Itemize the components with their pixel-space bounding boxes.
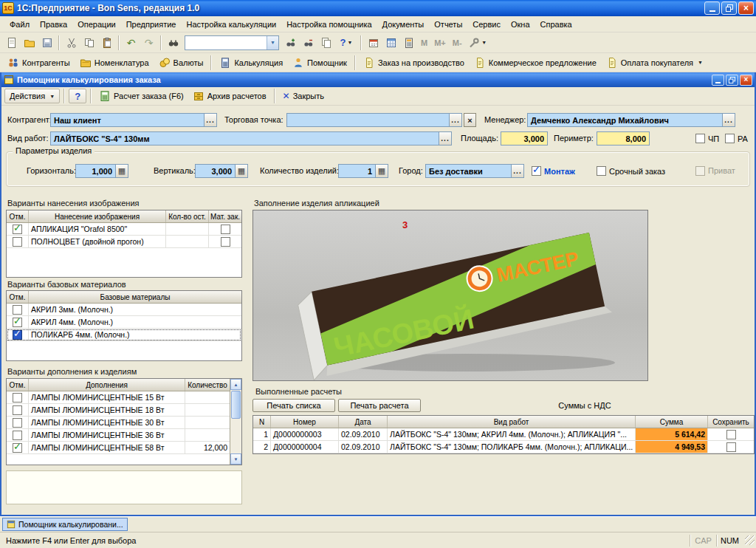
assistant-close-button[interactable]: × (740, 75, 752, 86)
row-select-checkbox[interactable] (13, 318, 22, 327)
customer-payment-button[interactable]: Оплата покупателя▼ (602, 55, 707, 71)
calc-order-button[interactable]: Расчет заказа (F6) (95, 89, 188, 103)
outlet-field[interactable]: ... (286, 113, 462, 127)
row-select-checkbox[interactable] (13, 431, 22, 440)
row-select-checkbox[interactable] (13, 418, 22, 428)
addition-name[interactable]: ЛАМПЫ ЛЮМИНИСЦЕНТНЫЕ 15 Вт (29, 391, 185, 403)
calc-sum[interactable]: 5 614,42 (636, 428, 708, 440)
scroll-up-button[interactable]: ▲ (230, 379, 241, 390)
assistant-minimize-button[interactable] (712, 75, 724, 86)
memory-plus-button[interactable]: М+ (431, 38, 449, 47)
calc-date[interactable]: 02.09.2010 (339, 428, 388, 440)
table-row[interactable]: ЛАМПЫ ЛЮМИНИСЦЕНТНЫЕ 36 Вт (7, 429, 230, 442)
quantity-field[interactable]: 1 ▦ (338, 164, 388, 178)
taskbar-tab-assistant[interactable]: Помощник калькулировани... (2, 518, 128, 531)
cut-button[interactable] (63, 35, 80, 51)
outlet-clear-button[interactable]: × (464, 113, 476, 127)
menu-item-help[interactable]: Справка (535, 18, 577, 31)
addition-qty[interactable] (185, 417, 230, 428)
calculator-button[interactable] (400, 35, 417, 51)
contractor-field[interactable]: Наш клиент ... (50, 113, 217, 127)
area-field[interactable]: 3,000 (501, 131, 548, 145)
image-variant-qty[interactable] (166, 223, 209, 235)
table-button[interactable] (382, 35, 399, 51)
calc-work-type[interactable]: ЛАЙТБОКС "S-4" 130мм; ПОЛИКАРБ 4мм. (Мол… (388, 441, 636, 453)
row-select-checkbox[interactable] (13, 393, 22, 403)
manager-field[interactable]: Демченко Александр Михайлович ... (527, 113, 735, 127)
calculation-button[interactable]: Калькуляция (215, 55, 287, 71)
calc-row-number[interactable]: 2 (253, 441, 271, 453)
copy-special-button[interactable] (317, 35, 334, 51)
table-row[interactable]: АКРИЛ 4мм. (Молочн.) (7, 316, 241, 329)
actions-button[interactable]: Действия▼ (4, 89, 60, 103)
row-select-checkbox[interactable] (13, 237, 22, 247)
outlet-browse-button[interactable]: ... (449, 114, 461, 126)
addition-qty[interactable] (185, 391, 230, 403)
menu-item-calc-settings[interactable]: Настройка калькуляции (181, 18, 281, 31)
menu-item-enterprise[interactable]: Предприятие (121, 18, 182, 31)
urgent-checkbox-box[interactable] (597, 166, 606, 176)
assistant-help-button[interactable]: ? (69, 89, 86, 103)
addition-qty[interactable]: 12,000 (185, 442, 230, 453)
calc-work-type[interactable]: ЛАЙТБОКС "S-4" 130мм; АКРИЛ 4мм. (Молочн… (388, 428, 636, 440)
minimize-button[interactable] (704, 1, 720, 15)
work-type-field[interactable]: ЛАЙТБОКС "S-4" 130мм ... (50, 131, 452, 145)
find-prev-button[interactable] (300, 35, 317, 51)
resize-grip[interactable] (745, 535, 755, 545)
calculation-row[interactable]: 1 Д0000000003 02.09.2010 ЛАЙТБОКС "S-4" … (253, 428, 754, 441)
close-button[interactable]: × (738, 1, 754, 15)
urgent-checkbox[interactable]: Срочный заказ (597, 164, 665, 178)
calc-sum[interactable]: 4 949,53 (636, 441, 708, 453)
contractors-button[interactable]: Контрагенты (3, 55, 75, 71)
print-list-button[interactable]: Печать списка (252, 399, 335, 412)
calc-row-number[interactable]: 1 (253, 428, 271, 440)
city-field[interactable]: Без доставки ... (425, 164, 524, 178)
save-checkbox[interactable] (726, 442, 736, 452)
table-row[interactable]: АПЛИКАЦИЯ "Orafol 8500" (7, 223, 241, 236)
comment-box[interactable] (6, 470, 242, 504)
new-document-button[interactable] (3, 35, 20, 51)
search-combobox[interactable]: ▼ (185, 35, 279, 50)
table-row[interactable]: ПОЛНОЦВЕТ (двойной прогон) (7, 236, 241, 248)
vertical-calculator-button[interactable]: ▦ (235, 165, 247, 177)
menu-item-operations[interactable]: Операции (72, 18, 120, 31)
row-select-checkbox[interactable] (13, 225, 22, 234)
row-select-checkbox[interactable] (13, 305, 22, 315)
addition-name[interactable]: ЛАМПЫ ЛЮМИНИСЦЕНТНЫЕ 18 Вт (29, 404, 185, 416)
addition-name[interactable]: ЛАМПЫ ЛЮМИНИСЦЕНТНЫЕ 36 Вт (29, 429, 185, 441)
commercial-offer-button[interactable]: Коммерческое предложение (470, 55, 601, 71)
row-select-checkbox[interactable] (13, 330, 22, 340)
material-order-checkbox[interactable] (221, 237, 230, 247)
copy-button[interactable] (80, 35, 97, 51)
base-material-name[interactable]: АКРИЛ 3мм. (Молочн.) (29, 304, 241, 315)
city-browse-button[interactable]: ... (511, 165, 523, 177)
ra-checkbox[interactable]: РА (725, 131, 748, 145)
table-row[interactable]: АКРИЛ 3мм. (Молочн.) (7, 304, 241, 316)
addition-qty[interactable] (185, 404, 230, 416)
material-order-checkbox[interactable] (221, 225, 230, 234)
calculation-row[interactable]: 2 Д0000000004 02.09.2010 ЛАЙТБОКС "S-4" … (253, 441, 754, 453)
chp-checkbox[interactable]: ЧП (695, 131, 719, 145)
chp-checkbox-box[interactable] (695, 134, 705, 143)
quantity-calculator-button[interactable]: ▦ (375, 165, 388, 177)
memory-minus-button[interactable]: М- (450, 38, 465, 47)
table-row[interactable]: ЛАМПЫ ЛЮМИНИСЦЕНТНЫЕ 15 Вт (7, 391, 230, 404)
addition-qty[interactable] (185, 429, 230, 441)
contractor-browse-button[interactable]: ... (204, 114, 216, 126)
perimeter-field[interactable]: 8,000 (597, 131, 650, 145)
close-window-button[interactable]: ✕Закрыть (279, 89, 328, 103)
addition-name[interactable]: ЛАМПЫ ЛЮМИНИСЦЕНТНЫЕ 30 Вт (29, 417, 185, 428)
addition-name[interactable]: ЛАМПЫ ЛЮМИНИСЦЕНТНЫЕ 58 Вт (29, 442, 185, 453)
calc-doc-number[interactable]: Д0000000003 (271, 428, 339, 440)
montage-checkbox[interactable]: Монтаж (532, 164, 575, 178)
help-button[interactable]: ?▼ (335, 35, 357, 51)
nomenclature-button[interactable]: Номенклатура (75, 55, 154, 71)
save-button[interactable] (38, 35, 55, 51)
vertical-field[interactable]: 3,000 ▦ (195, 164, 248, 178)
menu-item-assistant-settings[interactable]: Настройка помощника (281, 18, 377, 31)
montage-checkbox-box[interactable] (532, 166, 541, 176)
manager-browse-button[interactable]: ... (722, 114, 735, 126)
table-row-selected[interactable]: ПОЛИКАРБ 4мм. (Молочн.) (7, 329, 241, 341)
image-variant-name[interactable]: ПОЛНОЦВЕТ (двойной прогон) (29, 236, 166, 247)
row-select-checkbox[interactable] (13, 443, 22, 453)
